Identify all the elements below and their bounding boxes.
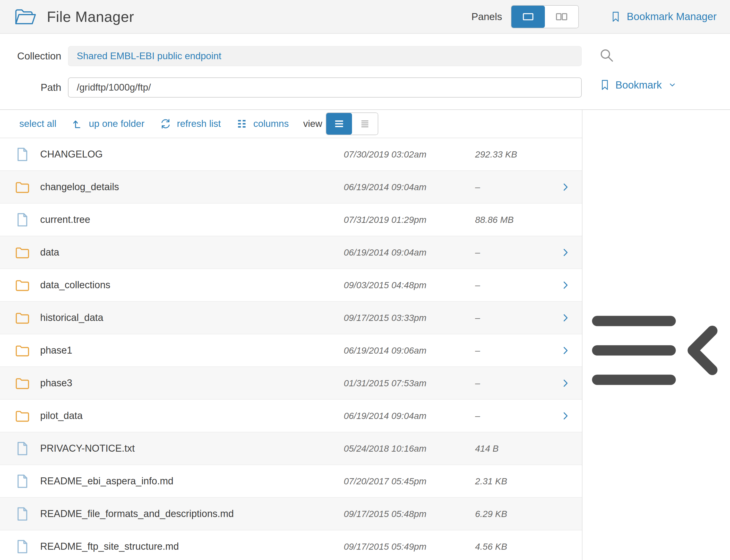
file-name[interactable]: CHANGELOG [40, 149, 103, 160]
location-side: Bookmark [583, 46, 730, 101]
action-sidebar: Permissions Transfer or Sync to... New F… [583, 110, 729, 560]
file-name[interactable]: PRIVACY-NOTICE.txt [40, 443, 135, 454]
folder-icon [14, 277, 30, 293]
file-name[interactable]: data_collections [40, 279, 110, 291]
file-row[interactable]: CHANGELOG 07/30/2019 03:02am 292.33 KB [0, 138, 582, 171]
file-row[interactable]: phase1 06/19/2014 09:06am – [0, 334, 582, 367]
file-size: – [475, 313, 480, 323]
file-row[interactable]: current.tree 07/31/2019 01:29pm 88.86 MB [0, 204, 582, 236]
location-fields: Collection Path [0, 46, 583, 101]
folder-icon [14, 310, 30, 326]
folder-icon [14, 375, 30, 391]
file-date: 09/17/2015 05:49pm [344, 541, 427, 552]
file-row[interactable]: README_file_formats_and_descriptions.md … [0, 498, 582, 530]
refresh-icon [159, 118, 172, 130]
chevron-right-icon[interactable] [560, 247, 571, 258]
file-icon [14, 212, 30, 228]
file-row[interactable]: phase3 01/31/2015 07:53am – [0, 367, 582, 400]
file-date: 06/19/2014 09:04am [344, 182, 427, 192]
file-browser: select all up one folder refresh list co… [0, 110, 583, 560]
view-label: view [303, 118, 322, 129]
panels-toggle-group [511, 5, 579, 28]
view-controls: view [303, 112, 378, 135]
compact-view-button[interactable] [352, 113, 378, 135]
file-icon [14, 441, 30, 457]
view-toggle-group [326, 112, 378, 135]
chevron-right-icon[interactable] [560, 279, 571, 291]
path-input[interactable] [68, 77, 582, 98]
file-name[interactable]: README_file_formats_and_descriptions.md [40, 508, 234, 519]
file-name[interactable]: pilot_data [40, 410, 83, 421]
bookmark-icon [610, 10, 622, 24]
file-date: 01/31/2015 07:53am [344, 378, 427, 388]
file-date: 07/30/2019 03:02am [344, 149, 427, 160]
file-row[interactable]: data_collections 09/03/2015 04:48pm – [0, 269, 582, 302]
search-icon[interactable] [599, 48, 614, 63]
chevron-right-icon[interactable] [560, 378, 571, 389]
up-one-folder-icon [71, 118, 84, 130]
chevron-right-icon[interactable] [560, 345, 571, 356]
list-view-icon [332, 118, 346, 130]
list-view-button[interactable] [326, 113, 352, 135]
file-row[interactable]: historical_data 09/17/2015 03:33pm – [0, 302, 582, 334]
bookmark-manager-link[interactable]: Bookmark Manager [610, 10, 717, 24]
file-size: – [475, 247, 480, 258]
file-row[interactable]: README_ftp_site_structure.md 09/17/2015 … [0, 530, 582, 560]
folder-icon [14, 343, 30, 358]
header-right: Panels Bookmark Manager [472, 5, 717, 28]
file-date: 05/24/2018 10:16am [344, 443, 427, 454]
file-size: – [475, 411, 480, 421]
folder-icon [14, 244, 30, 260]
refresh-list-button[interactable]: refresh list [159, 118, 221, 130]
file-size: – [475, 378, 480, 388]
file-name[interactable]: historical_data [40, 312, 103, 323]
file-size: 292.33 KB [475, 149, 517, 160]
file-row[interactable]: PRIVACY-NOTICE.txt 05/24/2018 10:16am 41… [0, 432, 582, 465]
dual-panel-button[interactable] [545, 6, 578, 28]
file-name[interactable]: current.tree [40, 214, 90, 225]
collection-input[interactable] [68, 46, 582, 66]
panels-label: Panels [472, 11, 502, 22]
file-date: 09/17/2015 03:33pm [344, 313, 427, 323]
up-one-folder-button[interactable]: up one folder [71, 118, 144, 130]
folder-icon [14, 179, 30, 195]
file-size: – [475, 345, 480, 356]
columns-button[interactable]: columns [235, 118, 289, 130]
select-all-label: select all [19, 118, 56, 129]
file-size: 414 B [475, 443, 499, 454]
file-name[interactable]: data [40, 247, 59, 258]
file-list: CHANGELOG 07/30/2019 03:02am 292.33 KB c… [0, 138, 582, 560]
file-name[interactable]: README_ftp_site_structure.md [40, 541, 179, 552]
file-name[interactable]: README_ebi_aspera_info.md [40, 476, 173, 487]
file-name[interactable]: changelog_details [40, 181, 119, 193]
folder-icon [14, 408, 30, 424]
file-row[interactable]: pilot_data 06/19/2014 09:04am – [0, 400, 582, 432]
file-row[interactable]: data 06/19/2014 09:04am – [0, 236, 582, 269]
file-row[interactable]: README_ebi_aspera_info.md 07/20/2017 05:… [0, 465, 582, 498]
compact-view-icon [358, 118, 372, 130]
file-row[interactable]: changelog_details 06/19/2014 09:04am – [0, 171, 582, 204]
file-name[interactable]: phase3 [40, 378, 72, 389]
select-all-button[interactable]: select all [19, 118, 56, 129]
file-size: 88.86 MB [475, 215, 514, 225]
file-date: 06/19/2014 09:04am [344, 411, 427, 421]
chevron-down-icon [668, 81, 677, 89]
chevron-right-icon[interactable] [560, 181, 571, 193]
chevron-right-icon[interactable] [560, 312, 571, 323]
file-size: – [475, 182, 480, 192]
file-name[interactable]: phase1 [40, 345, 72, 356]
main-panel: select all up one folder refresh list co… [0, 109, 730, 560]
collection-label: Collection [0, 50, 61, 62]
file-size: – [475, 280, 480, 290]
app-header: File Manager Panels Bookmark Manager [0, 0, 730, 34]
single-panel-button[interactable] [511, 6, 545, 28]
file-icon [14, 473, 30, 489]
chevron-right-icon[interactable] [560, 410, 571, 422]
bookmark-dropdown[interactable]: Bookmark [599, 78, 730, 92]
file-icon [14, 506, 30, 522]
dual-panel-icon [553, 10, 570, 23]
collapse-menu-icon[interactable] [583, 131, 729, 560]
file-date: 06/19/2014 09:04am [344, 247, 427, 258]
up-one-folder-label: up one folder [89, 118, 144, 129]
path-label: Path [0, 82, 61, 93]
